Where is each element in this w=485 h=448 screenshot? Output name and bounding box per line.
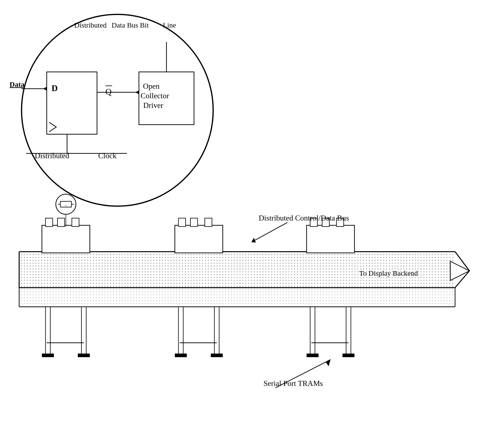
svg-rect-57 <box>310 218 317 226</box>
svg-rect-40 <box>57 218 65 226</box>
svg-rect-43 <box>81 307 86 355</box>
svg-line-71 <box>275 360 330 388</box>
svg-text:Line: Line <box>163 21 176 29</box>
svg-marker-72 <box>326 360 330 366</box>
svg-rect-23 <box>60 201 71 207</box>
svg-text:Distributed: Distributed <box>74 21 107 29</box>
diagram-svg: D Q Distributed Data Bus Bit Line Data O… <box>0 0 485 448</box>
svg-rect-58 <box>322 218 329 226</box>
svg-text:Open: Open <box>143 82 159 90</box>
svg-rect-41 <box>72 218 79 226</box>
svg-text:D: D <box>52 83 58 93</box>
svg-marker-67 <box>251 238 256 243</box>
svg-line-30 <box>455 252 469 271</box>
svg-rect-63 <box>343 353 354 357</box>
svg-marker-7 <box>135 90 139 94</box>
svg-line-31 <box>455 271 469 288</box>
svg-rect-47 <box>175 225 223 253</box>
svg-rect-37 <box>20 288 454 306</box>
svg-point-0 <box>22 14 213 206</box>
svg-rect-60 <box>310 307 315 355</box>
svg-text:Clock: Clock <box>98 151 116 160</box>
svg-text:Distributed: Distributed <box>35 151 69 160</box>
svg-text:Data: Data <box>10 80 24 88</box>
svg-rect-51 <box>179 307 183 355</box>
svg-rect-56 <box>306 225 354 253</box>
svg-rect-42 <box>46 307 50 355</box>
svg-rect-45 <box>78 353 90 357</box>
svg-text:To  Display  Backend: To Display Backend <box>359 269 418 277</box>
svg-rect-39 <box>46 218 53 226</box>
svg-line-66 <box>251 223 287 242</box>
svg-rect-52 <box>214 307 219 355</box>
svg-marker-9 <box>43 87 47 91</box>
svg-text:Distributed  Control/Data  Bus: Distributed Control/Data Bus <box>259 214 349 222</box>
svg-rect-36 <box>20 252 454 287</box>
svg-rect-38 <box>42 225 90 253</box>
svg-rect-1 <box>47 72 97 134</box>
svg-text:Q: Q <box>105 87 112 96</box>
svg-rect-49 <box>190 218 198 226</box>
svg-point-22 <box>56 194 76 214</box>
svg-rect-53 <box>175 353 187 357</box>
svg-text:Collector: Collector <box>141 91 169 100</box>
svg-rect-5 <box>139 72 194 125</box>
svg-rect-50 <box>205 218 212 226</box>
svg-marker-69 <box>450 261 469 280</box>
svg-text:Serial  Port  TRAMs: Serial Port TRAMs <box>264 379 323 388</box>
svg-rect-44 <box>42 353 54 357</box>
diagram-container: D Q Distributed Data Bus Bit Line Data O… <box>0 0 485 448</box>
svg-text:Data Bus Bit: Data Bus Bit <box>112 21 149 29</box>
svg-rect-62 <box>306 353 319 357</box>
svg-rect-48 <box>179 218 186 226</box>
svg-text:Driver: Driver <box>143 101 163 110</box>
svg-rect-59 <box>336 218 344 226</box>
svg-rect-61 <box>346 307 351 355</box>
svg-rect-54 <box>211 353 223 357</box>
